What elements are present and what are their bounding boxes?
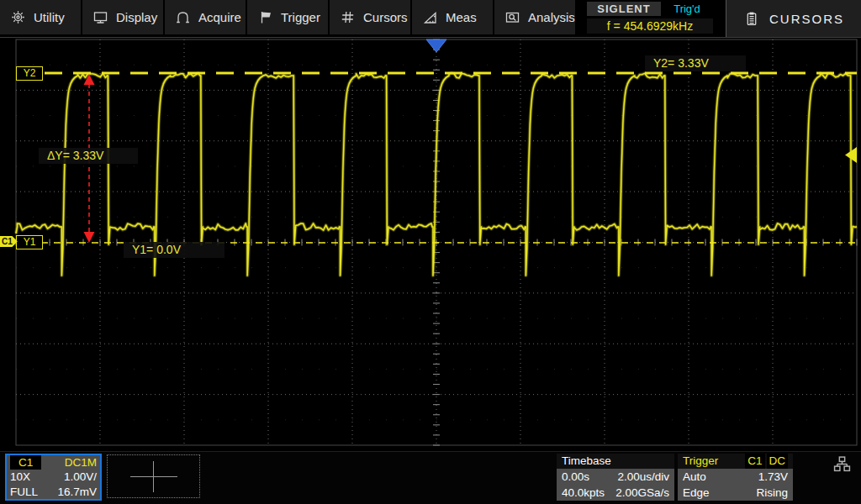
display-icon <box>92 9 108 25</box>
trigger-source-chip: C1 <box>745 454 764 469</box>
waveform-display-area: Y2 Y1 C1 ΔY= 3.33V Y1= 0.0V Y2= 3.33V <box>0 0 861 504</box>
menu-label: Display <box>116 10 157 24</box>
channel1-header-row: C1 DC1M <box>7 455 100 470</box>
cursor-y1-tag[interactable]: Y1 <box>16 235 43 249</box>
siglent-logo: SIGLENT <box>587 2 661 16</box>
y2-value-readout: Y2= 3.33V <box>645 55 746 71</box>
trigger-slope: Rising <box>756 486 788 499</box>
delta-arrow-head-down <box>84 232 95 243</box>
y1-value-readout: Y1= 0.0V <box>124 242 224 258</box>
setsquare-icon <box>422 9 438 25</box>
timebase-panel[interactable]: Timebase 0.00s 2.00us/div 40.0kpts 2.00G… <box>557 454 674 501</box>
menu-item-display[interactable]: Display <box>82 0 163 34</box>
crosshatch-icon <box>340 9 356 25</box>
channel1-offset-row: FULL 16.7mV <box>7 485 100 499</box>
status-bar: C1 DC1M 10X 1.00V/ FULL 16.7mV Timebase … <box>0 451 861 504</box>
timebase-title: Timebase <box>562 454 611 469</box>
timebase-scale: 2.00us/div <box>617 470 669 483</box>
menu-item-utility[interactable]: Utility <box>0 0 81 34</box>
dialog-title: CURSORS <box>769 12 844 26</box>
channel1-offset: 16.7mV <box>57 486 97 498</box>
trigger-coupling-chip: DC <box>767 454 789 469</box>
timebase-header: Timebase <box>557 454 674 469</box>
menu-row: Utility Display Acquire <box>0 0 575 34</box>
brand-cluster: SIGLENT Trig'd f = 454.6929kHz <box>587 2 713 34</box>
gear-icon <box>10 9 26 25</box>
timebase-row-1: 0.00s 2.00us/div <box>557 469 674 485</box>
oscilloscope-screen: Y2 Y1 C1 ΔY= 3.33V Y1= 0.0V Y2= 3.33V Ut… <box>0 0 861 504</box>
menu-label: Analysis <box>528 10 575 24</box>
trigger-mode: Auto <box>683 470 706 483</box>
channel1-bandwidth: FULL <box>10 486 38 498</box>
trigger-title: Trigger <box>683 454 718 469</box>
timebase-row-2: 40.0kpts 2.00GSa/s <box>557 485 674 501</box>
top-menu-bar: Utility Display Acquire <box>0 0 861 38</box>
trigger-status-badge: Trig'd <box>661 2 713 16</box>
cursor-y2-tag[interactable]: Y2 <box>16 66 43 81</box>
lan-status-icon[interactable] <box>833 456 851 472</box>
menu-label: Utility <box>34 10 65 24</box>
menu-label: Acquire <box>198 10 241 24</box>
menu-item-meas[interactable]: Meas <box>412 0 493 34</box>
timebase-delay: 0.00s <box>562 470 589 483</box>
plus-icon <box>153 461 154 492</box>
menu-label: Meas <box>446 10 477 24</box>
timebase-sample-rate: 2.00GSa/s <box>615 486 669 499</box>
channel1-scale-row: 10X 1.00V/ <box>7 470 100 484</box>
menu-item-trigger[interactable]: Trigger <box>247 0 328 34</box>
channel1-panel[interactable]: C1 DC1M 10X 1.00V/ FULL 16.7mV <box>5 454 102 501</box>
menu-item-cursors[interactable]: Cursors <box>330 0 410 34</box>
menu-label: Trigger <box>281 10 320 24</box>
clipboard-icon <box>744 11 759 27</box>
add-channel-box[interactable] <box>107 454 200 498</box>
trigger-row-2: Edge Rising <box>678 485 793 501</box>
trigger-level: 1.73V <box>758 470 788 483</box>
trigger-position-marker[interactable] <box>426 39 446 52</box>
channel1-attenuation: 10X <box>10 470 30 483</box>
trigger-frequency-readout: f = 454.6929kHz <box>587 18 713 34</box>
delta-y-readout: ΔY= 3.33V <box>39 148 138 164</box>
menu-item-acquire[interactable]: Acquire <box>165 0 246 34</box>
trigger-row-1: Auto 1.73V <box>678 469 793 485</box>
plus-icon <box>130 476 177 477</box>
trigger-type: Edge <box>683 486 710 499</box>
flag-icon <box>257 9 273 25</box>
cursors-dialog-header[interactable]: CURSORS <box>726 0 861 37</box>
channel1-name-chip: C1 <box>10 455 41 470</box>
channel1-volts-per-div: 1.00V/ <box>64 470 97 483</box>
channel1-coupling: DC1M <box>65 456 97 469</box>
menu-item-analysis[interactable]: Analysis <box>494 0 575 34</box>
trigger-header: Trigger C1 DC <box>678 454 793 469</box>
magnifier-folder-icon <box>504 9 520 25</box>
menu-label: Cursors <box>363 10 408 24</box>
trigger-panel[interactable]: Trigger C1 DC Auto 1.73V Edge Rising <box>678 454 793 501</box>
acquire-icon <box>175 9 191 25</box>
timebase-memory-depth: 40.0kpts <box>562 486 605 499</box>
